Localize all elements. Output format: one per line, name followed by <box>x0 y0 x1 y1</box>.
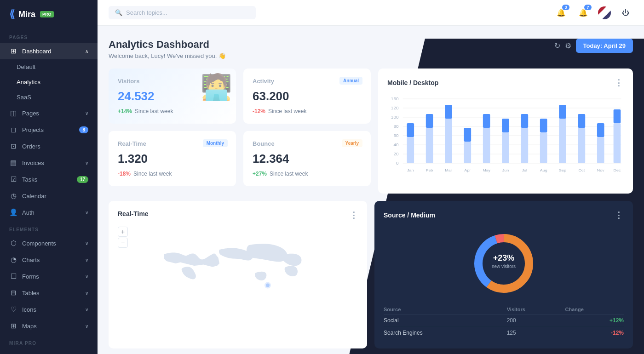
svg-text:new visitors: new visitors <box>492 264 516 269</box>
top-header: 🔍 Search topics... 🔔 3 🔔 7 ⏻ <box>98 0 644 26</box>
section-pages: PAGES <box>0 29 98 43</box>
chart-more-icon[interactable]: ⋮ <box>615 78 624 88</box>
bounce-card: Bounce Yearly 12.364 +27% Since last wee… <box>243 131 371 186</box>
svg-rect-16 <box>407 137 414 163</box>
notifications-button[interactable]: 🔔 3 <box>554 6 569 20</box>
sidebar-label-dashboard: Dashboard <box>22 48 52 55</box>
activity-value: 63.200 <box>253 89 362 103</box>
sidebar-item-saas[interactable]: SaaS <box>0 90 98 105</box>
svg-text:120: 120 <box>391 106 399 110</box>
svg-rect-32 <box>502 119 509 132</box>
source-col-change: Change <box>565 305 624 314</box>
source-visitors-search: 125 <box>507 327 565 339</box>
section-mira-pro: MIRA PRO <box>0 334 98 348</box>
alerts-button[interactable]: 🔔 7 <box>576 6 591 20</box>
source-more-icon[interactable]: ⋮ <box>615 210 624 220</box>
search-placeholder: Search topics... <box>126 9 167 16</box>
today-button[interactable]: Today: April 29 <box>576 39 633 53</box>
svg-text:80: 80 <box>393 124 398 129</box>
svg-text:Oct: Oct <box>578 168 585 172</box>
sidebar-item-forms[interactable]: ☐ Forms ∨ <box>0 268 98 285</box>
sidebar-label-components: Components <box>22 240 56 247</box>
svg-rect-40 <box>559 119 566 163</box>
sidebar-item-pages[interactable]: ◫ Pages ∨ <box>0 105 98 121</box>
chevron-icon: ∨ <box>85 274 88 279</box>
chevron-icon: ∨ <box>85 324 88 329</box>
svg-text:Mar: Mar <box>445 168 452 172</box>
sidebar-item-auth[interactable]: 👤 Auth ∨ <box>0 204 98 221</box>
sidebar-label-maps: Maps <box>22 323 37 330</box>
sidebar-label-pages: Pages <box>22 110 39 117</box>
svg-text:160: 160 <box>391 97 399 101</box>
svg-text:Aug: Aug <box>540 168 547 172</box>
tables-icon: ⊟ <box>9 289 17 297</box>
sidebar-item-calendar[interactable]: ◷ Calendar <box>0 188 98 204</box>
svg-text:May: May <box>483 168 491 172</box>
svg-text:Feb: Feb <box>426 168 433 172</box>
map-more-icon[interactable]: ⋮ <box>350 210 358 220</box>
svg-rect-22 <box>445 119 452 163</box>
svg-rect-43 <box>578 128 586 163</box>
chevron-icon: ∨ <box>85 111 88 116</box>
charts-icon: ◔ <box>9 256 17 264</box>
logo-area: ⟪ Mira PRO <box>0 0 98 29</box>
map-zoom-in-button[interactable]: + <box>118 227 128 237</box>
source-col-visitors: Visitors <box>507 305 565 314</box>
sidebar-label-default: Default <box>17 63 35 70</box>
svg-rect-25 <box>464 142 471 163</box>
mobile-desktop-chart-card: Mobile / Desktop ⋮ <box>378 69 633 194</box>
svg-rect-19 <box>426 128 433 163</box>
header-actions: 🔔 3 🔔 7 ⏻ <box>554 6 633 20</box>
sidebar-item-tables[interactable]: ⊟ Tables ∨ <box>0 285 98 301</box>
page-actions: ↻ ⚙ Today: April 29 <box>554 39 633 53</box>
calendar-icon: ◷ <box>9 192 17 200</box>
svg-rect-44 <box>578 114 586 128</box>
user-flag-avatar[interactable] <box>598 6 611 19</box>
logo-icon: ⟪ <box>9 8 15 20</box>
svg-text:40: 40 <box>393 143 398 147</box>
forms-icon: ☐ <box>9 272 17 280</box>
map-card-header: Real-Time ⋮ <box>118 210 358 220</box>
sidebar-label-tables: Tables <box>22 290 40 297</box>
sidebar-item-default[interactable]: Default <box>0 59 98 74</box>
realtime-map-card: Real-Time ⋮ + − <box>109 201 367 348</box>
sidebar-label-forms: Forms <box>22 273 39 280</box>
svg-text:100: 100 <box>391 115 399 120</box>
svg-rect-20 <box>426 114 433 128</box>
sidebar-item-charts[interactable]: ◔ Charts ∨ <box>0 251 98 268</box>
visitors-footer: +14% Since last week <box>118 108 227 114</box>
power-button[interactable]: ⏻ <box>618 6 633 20</box>
sidebar-label-invoices: Invoices <box>22 160 44 166</box>
search-box[interactable]: 🔍 Search topics... <box>109 6 256 19</box>
activity-change: -12% <box>253 108 265 114</box>
sidebar-item-maps[interactable]: ⊞ Maps ∨ <box>0 318 98 334</box>
refresh-icon[interactable]: ↻ <box>554 41 560 50</box>
sidebar-item-orders[interactable]: ⊡ Orders <box>0 138 98 154</box>
chevron-icon: ∧ <box>85 49 88 54</box>
icons-icon: ♡ <box>9 305 17 314</box>
sidebar-item-dashboard[interactable]: ⊞ Dashboard ∧ <box>0 43 98 59</box>
sidebar-label-saas: SaaS <box>17 94 31 101</box>
sidebar-item-projects[interactable]: ◻ Projects 8 <box>0 121 98 138</box>
chevron-icon: ∨ <box>85 210 88 215</box>
sidebar-item-analytics[interactable]: Analytics <box>0 74 98 90</box>
sidebar-item-tasks[interactable]: ☑ Tasks 17 <box>0 171 98 188</box>
svg-text:Nov: Nov <box>597 168 605 172</box>
filter-icon[interactable]: ⚙ <box>565 41 571 50</box>
activity-change-label: Since last week <box>268 108 306 114</box>
sidebar-label-orders: Orders <box>22 143 40 150</box>
sidebar-item-components[interactable]: ⬡ Components ∨ <box>0 235 98 251</box>
source-col-name: Source <box>384 305 507 314</box>
chevron-icon: ∨ <box>85 241 88 246</box>
sidebar-item-invoices[interactable]: ▤ Invoices ∨ <box>0 154 98 171</box>
svg-rect-50 <box>614 109 621 123</box>
sidebar-item-icons[interactable]: ♡ Icons ∨ <box>0 301 98 318</box>
sidebar-label-icons: Icons <box>22 306 36 313</box>
source-medium-title: Source / Medium <box>384 211 435 219</box>
visitors-illustration: 🧑‍💻 <box>201 72 232 102</box>
chevron-icon: ∨ <box>85 307 88 312</box>
map-zoom-out-button[interactable]: − <box>118 238 128 248</box>
svg-rect-29 <box>483 114 490 128</box>
svg-text:0: 0 <box>396 161 399 166</box>
svg-text:Jul: Jul <box>522 168 528 172</box>
